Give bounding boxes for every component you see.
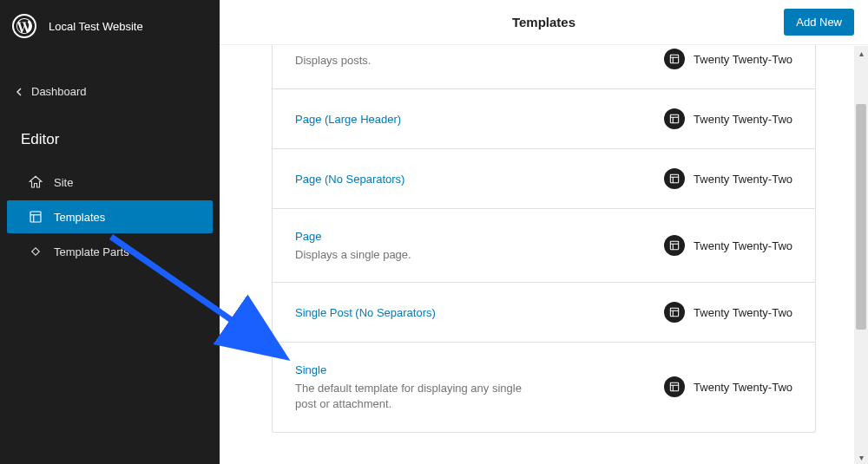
theme-name: Twenty Twenty-Two (694, 53, 792, 66)
theme-name: Twenty Twenty-Two (694, 173, 792, 186)
svg-rect-4 (670, 55, 678, 62)
nav-item-label: Site (54, 176, 73, 189)
template-row: Displays posts. Twenty Twenty-Two (273, 45, 815, 89)
vertical-scrollbar[interactable]: ▴ ▾ (854, 46, 868, 464)
topbar: Templates Add New (220, 0, 868, 45)
template-author: Twenty Twenty-Two (664, 108, 792, 129)
svg-rect-16 (670, 309, 678, 317)
template-link-page-no-separators[interactable]: Page (No Separators) (295, 173, 404, 186)
theme-name: Twenty Twenty-Two (694, 239, 792, 252)
template-row: Page (No Separators) Twenty Twenty-Two (273, 149, 815, 209)
template-author: Twenty Twenty-Two (664, 49, 792, 69)
theme-icon (664, 108, 685, 129)
template-row: Page Displays a single page. Twenty Twen… (273, 209, 815, 283)
editor-section-title: Editor (0, 105, 220, 166)
template-description: The default template for displaying any … (295, 381, 538, 412)
theme-icon (664, 235, 685, 256)
template-link-page[interactable]: Page (295, 230, 321, 243)
wordpress-logo-icon[interactable] (12, 14, 36, 38)
template-author: Twenty Twenty-Two (664, 376, 792, 397)
theme-icon (664, 302, 685, 323)
content-area: Displays posts. Twenty Twenty-Two Page (… (220, 45, 868, 464)
template-description: Displays a single page. (295, 247, 538, 263)
template-description: Displays posts. (295, 53, 538, 69)
sidebar: Local Test Website Dashboard Editor Site… (0, 0, 220, 464)
site-name: Local Test Website (49, 20, 143, 33)
template-author: Twenty Twenty-Two (664, 302, 792, 323)
diamond-icon (28, 244, 43, 259)
sidebar-header: Local Test Website (0, 0, 220, 52)
scrollbar-thumb[interactable] (856, 104, 866, 330)
nav-item-label: Template Parts (54, 245, 129, 258)
nav-item-template-parts[interactable]: Template Parts (7, 235, 213, 268)
svg-rect-19 (670, 383, 678, 391)
template-link-page-large-header[interactable]: Page (Large Header) (295, 113, 401, 126)
theme-name: Twenty Twenty-Two (694, 306, 792, 319)
svg-rect-10 (670, 174, 678, 182)
home-icon (28, 174, 43, 190)
nav-item-site[interactable]: Site (7, 166, 213, 199)
template-row: Single Post (No Separators) Twenty Twent… (273, 283, 815, 343)
back-link-label: Dashboard (31, 85, 87, 98)
page-title: Templates (512, 15, 575, 29)
scroll-down-arrow-icon[interactable]: ▾ (854, 450, 868, 464)
nav-item-label: Templates (54, 211, 105, 224)
layout-icon (28, 209, 43, 225)
nav-item-templates[interactable]: Templates (7, 200, 213, 233)
theme-name: Twenty Twenty-Two (694, 113, 792, 126)
scroll-up-arrow-icon[interactable]: ▴ (854, 46, 868, 60)
svg-rect-0 (30, 212, 41, 222)
svg-rect-3 (32, 248, 39, 255)
theme-icon (664, 376, 685, 397)
template-row: Single The default template for displayi… (273, 343, 815, 431)
theme-icon (664, 49, 685, 69)
template-row: Page (Large Header) Twenty Twenty-Two (273, 89, 815, 149)
theme-icon (664, 168, 685, 189)
template-link-single[interactable]: Single (295, 363, 326, 376)
add-new-button[interactable]: Add New (784, 9, 854, 36)
svg-rect-13 (670, 241, 678, 249)
chevron-left-icon (14, 87, 24, 97)
template-link-single-post-no-separators[interactable]: Single Post (No Separators) (295, 306, 436, 319)
template-author: Twenty Twenty-Two (664, 235, 792, 256)
template-author: Twenty Twenty-Two (664, 168, 792, 189)
svg-rect-7 (670, 114, 678, 122)
back-to-dashboard-link[interactable]: Dashboard (0, 78, 220, 105)
theme-name: Twenty Twenty-Two (694, 381, 792, 394)
templates-list: Displays posts. Twenty Twenty-Two Page (… (272, 45, 816, 433)
main-content: Templates Add New Displays posts. Twenty… (220, 0, 868, 464)
